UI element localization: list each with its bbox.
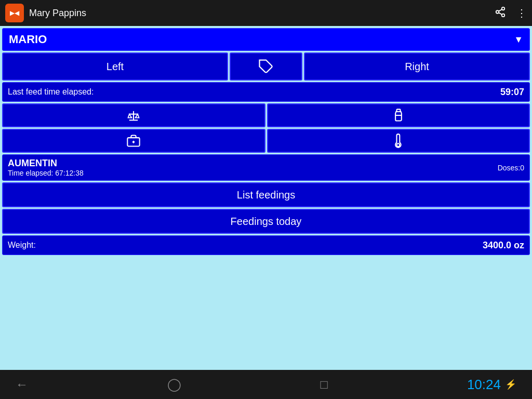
back-icon[interactable]: ←	[16, 377, 28, 392]
battery-icon: ⚡	[505, 379, 516, 390]
home-icon[interactable]: ◯	[167, 377, 181, 392]
empty-area	[2, 257, 530, 368]
scale-button[interactable]	[2, 103, 265, 127]
thermometer-button[interactable]	[267, 129, 530, 153]
top-bar: Mary Pappins ⋮	[0, 0, 532, 26]
bottom-nav: ← ◯ □ 10:24 ⚡	[0, 370, 532, 399]
weight-label: Weight:	[8, 241, 36, 250]
icon-row-1	[2, 103, 530, 127]
more-options-icon[interactable]: ⋮	[516, 7, 527, 19]
app-title: Mary Pappins	[29, 8, 495, 19]
medication-doses: Doses:0	[498, 164, 524, 172]
tag-button[interactable]	[230, 52, 302, 81]
svg-line-4	[499, 9, 502, 11]
medication-time-elapsed: Time elapsed: 67:12:38	[8, 169, 84, 177]
weight-row: Weight: 3400.0 oz	[2, 235, 530, 255]
icon-row-2	[2, 129, 530, 153]
share-icon[interactable]	[495, 6, 506, 20]
medkit-button[interactable]	[2, 129, 265, 153]
clock: 10:24	[467, 377, 501, 393]
right-feed-button[interactable]: Right	[304, 52, 530, 81]
svg-point-1	[496, 10, 499, 14]
svg-line-3	[499, 12, 502, 15]
recents-icon[interactable]: □	[321, 377, 328, 392]
medication-name: AUMENTIN	[8, 158, 84, 169]
baby-selector-dropdown[interactable]: MARIO ▼	[2, 28, 530, 51]
weight-value: 3400.0 oz	[483, 240, 524, 251]
timer-label: Last feed time elapsed:	[8, 87, 94, 97]
last-feed-timer-row: Last feed time elapsed: 59:07	[2, 82, 530, 102]
app-icon	[5, 4, 24, 22]
svg-point-2	[502, 14, 505, 16]
svg-point-0	[502, 7, 505, 10]
svg-point-14	[396, 143, 400, 147]
feedings-today-button[interactable]: Feedings today	[2, 209, 530, 234]
medication-info: AUMENTIN Time elapsed: 67:12:38	[8, 158, 84, 177]
status-area: 10:24 ⚡	[467, 377, 516, 393]
feed-side-row: Left Right	[2, 52, 530, 81]
list-feedings-button[interactable]: List feedings	[2, 182, 530, 207]
main-content: MARIO ▼ Left Right Last feed time elapse…	[0, 26, 532, 370]
medication-row: AUMENTIN Time elapsed: 67:12:38 Doses:0	[2, 154, 530, 181]
bottle-button[interactable]	[267, 103, 530, 127]
left-feed-button[interactable]: Left	[2, 52, 228, 81]
timer-value: 59:07	[500, 87, 524, 98]
baby-name: MARIO	[9, 33, 47, 46]
dropdown-arrow-icon: ▼	[514, 34, 523, 45]
top-bar-actions: ⋮	[495, 6, 527, 20]
